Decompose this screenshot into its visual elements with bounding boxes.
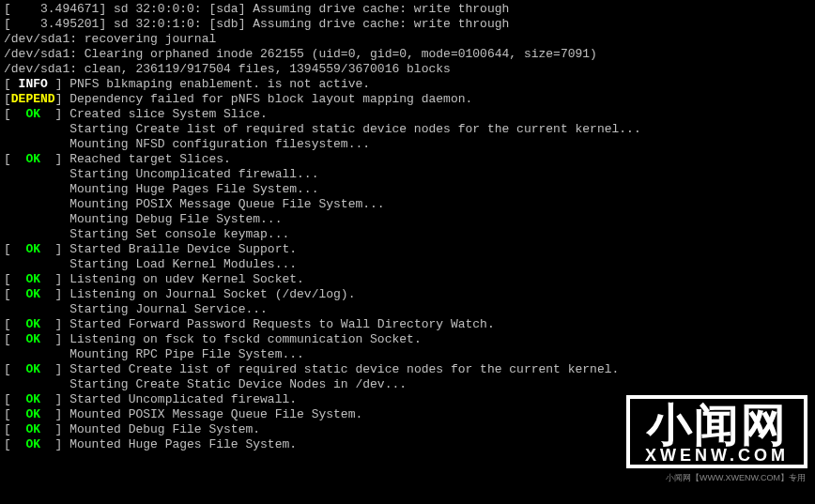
console-segment: INFO <box>19 77 48 91</box>
console-segment: ] Mounted Huge Pages File System. <box>40 437 297 451</box>
console-segment: OK <box>25 437 40 451</box>
console-segment: ] Started Forward Password Requests to W… <box>40 317 495 331</box>
console-segment: [ <box>4 317 25 331</box>
console-segment: OK <box>25 152 40 166</box>
console-segment: OK <box>25 392 40 406</box>
console-line: Starting Journal Service... <box>4 302 815 317</box>
boot-console: [ 3.494671] sd 32:0:0:0: [sda] Assuming … <box>0 0 815 452</box>
console-segment: OK <box>25 422 40 436</box>
console-segment: OK <box>25 242 40 256</box>
console-segment: [ <box>4 422 25 436</box>
console-segment: ] Mounted POSIX Message Queue File Syste… <box>40 407 362 421</box>
console-segment: ] Started Uncomplicated firewall. <box>40 392 297 406</box>
console-line: Starting Load Kernel Modules... <box>4 257 815 272</box>
console-segment: [ <box>4 392 25 406</box>
console-line: Mounting POSIX Message Queue File System… <box>4 197 815 212</box>
console-segment: Starting Set console keymap... <box>4 227 289 241</box>
console-line: [ OK ] Started Uncomplicated firewall. <box>4 392 815 407</box>
console-segment: [ <box>4 407 25 421</box>
console-segment: OK <box>25 107 40 121</box>
console-segment: Starting Journal Service... <box>4 302 268 316</box>
console-line: Mounting NFSD configuration filesystem..… <box>4 137 815 152</box>
console-segment: ] PNFS blkmaping enablement. is not acti… <box>48 77 370 91</box>
console-segment: OK <box>25 332 40 346</box>
console-segment: OK <box>25 272 40 286</box>
console-segment: ] Dependency failed for pNFS block layou… <box>55 92 473 106</box>
watermark-footer: 小闻网【WWW.XWENW.COM】专用 <box>626 470 806 485</box>
console-line: [ INFO ] PNFS blkmaping enablement. is n… <box>4 77 815 92</box>
console-segment: Mounting Huge Pages File System... <box>4 182 318 196</box>
console-segment: Starting Load Kernel Modules... <box>4 257 297 271</box>
console-line: [DEPEND] Dependency failed for pNFS bloc… <box>4 92 815 107</box>
console-segment: ] Reached target Slices. <box>40 152 231 166</box>
console-segment: OK <box>25 362 40 376</box>
console-segment: Starting Uncomplicated firewall... <box>4 167 318 181</box>
console-line: /dev/sda1: recovering journal <box>4 32 815 47</box>
console-line: [ 3.494671] sd 32:0:0:0: [sda] Assuming … <box>4 2 815 17</box>
console-segment: ] Listening on fsck to fsckd communicati… <box>40 332 422 346</box>
console-line: [ OK ] Mounted Huge Pages File System. <box>4 437 815 452</box>
console-segment: OK <box>25 407 40 421</box>
console-segment: OK <box>25 287 40 301</box>
console-segment: Mounting RPC Pipe File System... <box>4 347 304 361</box>
console-segment: [ <box>4 107 25 121</box>
console-segment: OK <box>25 317 40 331</box>
console-segment: ] Listening on udev Kernel Socket. <box>40 272 304 286</box>
console-line: /dev/sda1: Clearing orphaned inode 26215… <box>4 47 815 62</box>
console-line: Starting Set console keymap... <box>4 227 815 242</box>
console-segment: [ <box>4 437 25 451</box>
console-segment: Mounting POSIX Message Queue File System… <box>4 197 385 211</box>
console-segment: DEPEND <box>11 92 55 106</box>
console-segment: Starting Create Static Device Nodes in /… <box>4 377 407 391</box>
console-segment: [ 3.495201] sd 32:0:1:0: [sdb] Assuming … <box>4 17 509 31</box>
console-segment: [ <box>4 362 25 376</box>
console-line: Mounting Huge Pages File System... <box>4 182 815 197</box>
console-segment: /dev/sda1: recovering journal <box>4 32 216 46</box>
console-segment: [ 3.494671] sd 32:0:0:0: [sda] Assuming … <box>4 2 509 16</box>
console-segment: /dev/sda1: Clearing orphaned inode 26215… <box>4 47 597 61</box>
console-line: [ OK ] Reached target Slices. <box>4 152 815 167</box>
console-segment: ] Started Braille Device Support. <box>40 242 297 256</box>
console-line: [ OK ] Listening on udev Kernel Socket. <box>4 272 815 287</box>
console-segment: Starting Create list of required static … <box>4 122 641 136</box>
console-line: [ OK ] Created slice System Slice. <box>4 107 815 122</box>
console-line: [ OK ] Mounted POSIX Message Queue File … <box>4 407 815 422</box>
console-segment: Mounting Debug File System... <box>4 212 282 226</box>
console-segment: ] Listening on Journal Socket (/dev/log)… <box>40 287 355 301</box>
console-segment: ] Mounted Debug File System. <box>40 422 260 436</box>
console-segment: [ <box>4 152 25 166</box>
console-segment: [ <box>4 287 25 301</box>
console-segment: ] Created slice System Slice. <box>40 107 268 121</box>
console-segment: /dev/sda1: clean, 236119/917504 files, 1… <box>4 62 451 76</box>
console-line: Mounting RPC Pipe File System... <box>4 347 815 362</box>
console-line: Starting Create Static Device Nodes in /… <box>4 377 815 392</box>
console-line: [ OK ] Started Braille Device Support. <box>4 242 815 257</box>
console-line: [ OK ] Listening on Journal Socket (/dev… <box>4 287 815 302</box>
console-line: [ 3.495201] sd 32:0:1:0: [sdb] Assuming … <box>4 17 815 32</box>
console-line: [ OK ] Started Create list of required s… <box>4 362 815 377</box>
console-line: [ OK ] Mounted Debug File System. <box>4 422 815 437</box>
console-line: Starting Uncomplicated firewall... <box>4 167 815 182</box>
console-segment: ] Started Create list of required static… <box>40 362 619 376</box>
console-line: /dev/sda1: clean, 236119/917504 files, 1… <box>4 62 815 77</box>
console-segment: [ <box>4 77 19 91</box>
console-segment: Mounting NFSD configuration filesystem..… <box>4 137 370 151</box>
console-segment: [ <box>4 332 25 346</box>
console-line: [ OK ] Listening on fsck to fsckd commun… <box>4 332 815 347</box>
console-line: Starting Create list of required static … <box>4 122 815 137</box>
console-segment: [ <box>4 242 25 256</box>
console-segment: [ <box>4 92 11 106</box>
console-line: [ OK ] Started Forward Password Requests… <box>4 317 815 332</box>
console-segment: [ <box>4 272 25 286</box>
console-line: Mounting Debug File System... <box>4 212 815 227</box>
